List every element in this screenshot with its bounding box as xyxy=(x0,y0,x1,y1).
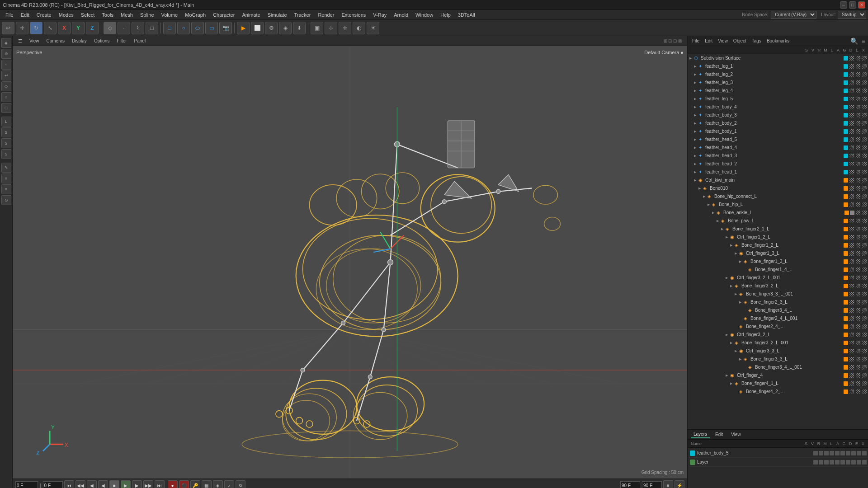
tool-render-active[interactable]: ⬜ xyxy=(251,22,264,34)
left-tool-10[interactable]: S xyxy=(1,138,11,148)
layers-view-tab[interactable]: View xyxy=(728,431,744,438)
tool-rotate[interactable]: ↻ xyxy=(30,22,42,34)
tool-edge-mode[interactable]: ⌇ xyxy=(132,22,144,34)
tree-item-15[interactable]: ▶ ◉ Ctrl_kiwi_main xyxy=(688,176,868,184)
menu-character[interactable]: Character xyxy=(209,11,238,19)
tool-move2[interactable]: ✛ xyxy=(339,22,351,34)
menu-volume[interactable]: Volume xyxy=(158,11,182,19)
layer-default[interactable]: Layer xyxy=(689,458,868,467)
st-tags[interactable]: Tags xyxy=(750,38,763,44)
left-tool-14[interactable]: ≡ xyxy=(1,184,11,194)
tree-item-13[interactable]: ▶ ✦ feather_head_2 xyxy=(688,160,868,168)
tool-y[interactable]: Y xyxy=(72,22,85,34)
tree-item-18[interactable]: ▶ ◈ Bone_hip_L xyxy=(688,201,868,209)
tree-item-14[interactable]: ▶ ✦ feather_head_1 xyxy=(688,168,868,176)
tree-item-25[interactable]: ▶ ◈ Bone_finger1_3_L xyxy=(688,258,868,266)
st-view[interactable]: View xyxy=(716,38,730,44)
tree-arrow-14[interactable]: ▶ xyxy=(694,170,698,174)
tree-arrow-25[interactable]: ▶ xyxy=(739,260,744,263)
menu-tools[interactable]: Tools xyxy=(98,11,117,19)
vp-menu-toggle[interactable]: ☰ xyxy=(15,38,25,44)
layers-tab[interactable]: Layers xyxy=(691,431,710,438)
vp-options[interactable]: Options xyxy=(91,38,112,44)
tree-arrow-39[interactable]: ▶ xyxy=(726,374,730,377)
menu-simulate[interactable]: Simulate xyxy=(264,11,291,19)
tree-item-40[interactable]: ▶ ◈ Bone_finger4_1_L xyxy=(688,380,868,388)
tree-arrow-35[interactable]: ▶ xyxy=(730,341,735,345)
menu-modes[interactable]: Modes xyxy=(55,11,77,19)
left-tool-6[interactable]: ○ xyxy=(1,92,11,102)
tree-item-7[interactable]: ▶ ✦ feather_body_3 xyxy=(688,111,868,119)
tree-item-1[interactable]: ▶ ✦ feather_leg_1 xyxy=(688,62,868,70)
tree-arrow-3[interactable]: ▶ xyxy=(694,81,698,84)
btn-goto-start[interactable]: ⏮ xyxy=(64,480,74,488)
tool-x[interactable]: X xyxy=(58,22,71,34)
tool-add-sphere[interactable]: ○ xyxy=(177,22,190,34)
tree-item-36[interactable]: ▶ ◉ Ctrl_finger3_3_L xyxy=(688,347,868,355)
tree-item-30[interactable]: ▶ ◈ Bone_finger2_3_L xyxy=(688,298,868,306)
left-tool-5[interactable]: ◇ xyxy=(1,81,11,91)
tree-item-5[interactable]: ▶ ✦ feather_leg_5 xyxy=(688,95,868,103)
tree-arrow-8[interactable]: ▶ xyxy=(694,122,698,125)
tree-arrow-21[interactable]: ▶ xyxy=(721,227,726,231)
tool-floor[interactable]: ⬇ xyxy=(293,22,306,34)
tool-viewport-shading[interactable]: ◐ xyxy=(353,22,365,34)
btn-keyframe-opts[interactable]: 🔑 xyxy=(190,480,200,488)
st-bookmarks[interactable]: Bookmarks xyxy=(765,38,791,44)
btn-autokey[interactable]: ⚫ xyxy=(179,480,189,488)
tree-item-11[interactable]: ▶ ✦ feather_head_4 xyxy=(688,144,868,152)
btn-loop[interactable]: ↻ xyxy=(236,480,245,488)
tree-arrow-29[interactable]: ▶ xyxy=(735,292,739,296)
tree-item-29[interactable]: ▶ ◈ Bone_finger3_3_L_001 xyxy=(688,290,868,298)
tree-item-23[interactable]: ▶ ◈ Bone_finger1_2_L xyxy=(688,241,868,249)
tree-arrow-16[interactable]: ▶ xyxy=(698,187,703,190)
tree-item-6[interactable]: ▶ ✦ feather_body_4 xyxy=(688,103,868,111)
layer-feather-body-5[interactable]: feather_body_5 xyxy=(689,449,868,458)
tree-item-0[interactable]: ▶ ⬡ Subdivision Surface xyxy=(688,54,868,62)
btn-prev-frame[interactable]: ◀◀ xyxy=(75,480,85,488)
left-tool-1[interactable]: ◈ xyxy=(1,38,11,48)
tool-poly-mode[interactable]: □ xyxy=(146,22,158,34)
close-button[interactable]: ✕ xyxy=(858,1,865,9)
btn-timeline-extra[interactable]: ≡ xyxy=(663,480,673,488)
btn-next-key[interactable]: ▶ xyxy=(132,480,142,488)
maximize-button[interactable]: □ xyxy=(849,1,856,9)
tool-add-cube[interactable]: □ xyxy=(163,22,176,34)
tree-arrow-18[interactable]: ▶ xyxy=(708,203,712,206)
st-object[interactable]: Object xyxy=(731,38,748,44)
tool-select-rect[interactable]: ▣ xyxy=(311,22,323,34)
menu-tracker[interactable]: Tracker xyxy=(291,11,315,19)
tool-undo[interactable]: ↩ xyxy=(2,22,14,34)
tree-item-38[interactable]: ◈ Bone_finger3_4_L_001 xyxy=(688,363,868,371)
start-frame-input[interactable] xyxy=(43,481,63,488)
tree-arrow-17[interactable]: ▶ xyxy=(703,195,708,198)
tree-arrow-27[interactable]: ▶ xyxy=(726,276,730,280)
tree-arrow-15[interactable]: ▶ xyxy=(694,178,698,182)
end-frame-input[interactable] xyxy=(620,481,640,488)
tree-item-41[interactable]: ◈ Bone_finger4_2_L xyxy=(688,388,868,396)
tree-arrow-23[interactable]: ▶ xyxy=(730,244,735,247)
tool-light[interactable]: ☀ xyxy=(367,22,379,34)
tree-arrow-1[interactable]: ▶ xyxy=(694,65,698,68)
left-tool-3[interactable]: ↔ xyxy=(1,60,11,70)
tree-arrow-10[interactable]: ▶ xyxy=(694,138,698,141)
menu-arnold[interactable]: Arnold xyxy=(390,11,412,19)
btn-play[interactable]: ▶ xyxy=(121,480,131,488)
tree-item-4[interactable]: ▶ ✦ feather_leg_4 xyxy=(688,87,868,95)
menu-spline[interactable]: Spline xyxy=(137,11,158,19)
tool-render[interactable]: ▶ xyxy=(237,22,250,34)
btn-next-frame[interactable]: ▶▶ xyxy=(143,480,153,488)
tree-arrow-40[interactable]: ▶ xyxy=(730,382,735,385)
tree-arrow-7[interactable]: ▶ xyxy=(694,113,698,117)
menu-edit[interactable]: Edit xyxy=(17,11,33,19)
menu-mesh[interactable]: Mesh xyxy=(117,11,137,19)
tree-item-17[interactable]: ▶ ◈ Bone_hip_connect_L xyxy=(688,192,868,201)
tree-item-37[interactable]: ▶ ◈ Bone_finger3_3_L xyxy=(688,355,868,363)
tree-item-34[interactable]: ▶ ◉ Ctrl_finger3_2_L xyxy=(688,331,868,339)
vp-view[interactable]: View xyxy=(27,38,42,44)
st-file[interactable]: File xyxy=(690,38,701,44)
tree-item-32[interactable]: ◈ Bone_finger2_4_L_001 xyxy=(688,314,868,323)
tree-item-8[interactable]: ▶ ✦ feather_body_2 xyxy=(688,119,868,127)
tree-item-21[interactable]: ▶ ◈ Bone_finger2_1_L xyxy=(688,225,868,233)
menu-mograph[interactable]: MoGraph xyxy=(181,11,209,19)
